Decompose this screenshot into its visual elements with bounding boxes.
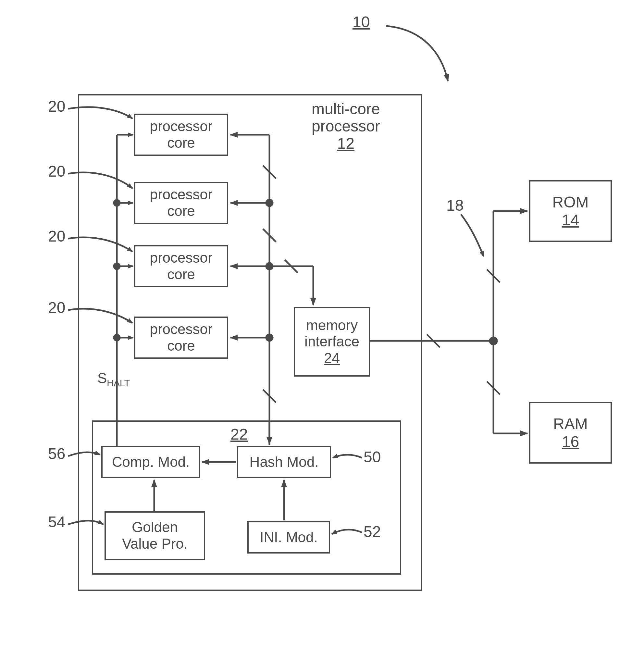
callout-20-c: 20: [48, 227, 65, 245]
callout-18: 18: [446, 197, 464, 214]
rom-box: ROM 14: [529, 180, 612, 242]
callout-50: 50: [364, 448, 381, 466]
processor-core-4: processor core: [134, 317, 228, 359]
callout-56: 56: [48, 445, 65, 463]
svg-line-6: [427, 334, 440, 347]
svg-point-1: [490, 337, 497, 344]
comp-mod-box: Comp. Mod.: [101, 446, 200, 478]
svg-line-8: [487, 381, 500, 394]
svg-line-7: [487, 269, 500, 282]
memory-interface: memory interface 24: [294, 307, 370, 377]
ini-mod-box: INI. Mod.: [247, 521, 330, 553]
ram-box: RAM 16: [529, 402, 612, 464]
callout-54: 54: [48, 513, 65, 531]
callout-52: 52: [364, 523, 381, 541]
processor-core-2: processor core: [134, 182, 228, 224]
figure-label-10: 10: [353, 13, 370, 31]
golden-value-box: Golden Value Pro.: [105, 511, 205, 560]
processor-core-1: processor core: [134, 114, 228, 156]
callout-20-a: 20: [48, 97, 65, 115]
processor-title: multi-core processor 12: [312, 101, 380, 152]
s-halt-label: SHALT: [97, 370, 130, 389]
callout-20-b: 20: [48, 162, 65, 180]
hash-mod-box: Hash Mod.: [237, 446, 331, 478]
processor-core-3: processor core: [134, 245, 228, 287]
security-block-num: 22: [230, 425, 248, 443]
callout-20-d: 20: [48, 299, 65, 317]
